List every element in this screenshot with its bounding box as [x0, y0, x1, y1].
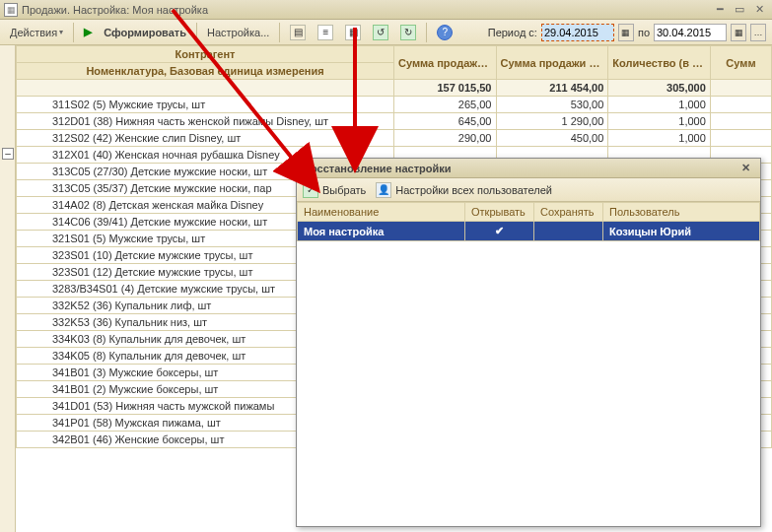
date-from-input[interactable]: [541, 24, 614, 41]
select-icon: ✓: [303, 182, 318, 198]
app-icon: ▦: [4, 3, 18, 17]
col-qty[interactable]: Количество (в базовых единицах): [608, 46, 711, 80]
dlg-col-save[interactable]: Сохранять: [534, 203, 603, 222]
col-sum2[interactable]: Сумм: [710, 46, 771, 80]
close-button[interactable]: ✕: [750, 3, 768, 17]
main-toolbar: Действия ▶ Сформировать Настройка... ▤ ≡…: [0, 20, 772, 45]
total-row: 157 015,50211 454,00305,000: [17, 80, 772, 97]
window-titlebar: ▦ Продажи. Настройка: Моя настройка ━ ▭ …: [0, 0, 772, 20]
dialog-grid: Наименование Открывать Сохранять Пользов…: [297, 202, 760, 241]
person-icon: 👤: [376, 182, 391, 198]
dialog-empty-area: [297, 241, 760, 526]
restore-settings-icon[interactable]: ↺: [369, 23, 392, 42]
period-box: Период с: ▦ по ▦ …: [488, 24, 766, 41]
date-to-input[interactable]: [654, 24, 727, 41]
tb-icon-1[interactable]: ▤: [286, 23, 310, 42]
period-to-label: по: [638, 27, 650, 38]
table-row[interactable]: 311S02 (5) Мужские трусы, шт265,00530,00…: [17, 97, 772, 113]
tree-collapse-toggle[interactable]: –: [2, 148, 14, 160]
dialog-row-selected[interactable]: Моя настройка ✔ Козицын Юрий: [298, 222, 760, 241]
col-sum-nodisc[interactable]: Сумма продажи без скидок в руб.: [496, 46, 608, 80]
tree-gutter: [0, 45, 16, 532]
period-ellipsis[interactable]: …: [750, 24, 766, 41]
actions-menu[interactable]: Действия: [6, 23, 67, 42]
window-title: Продажи. Настройка: Моя настройка: [22, 4, 208, 16]
dialog-select-button[interactable]: ✓ Выбрать: [303, 182, 366, 198]
dialog-close-button[interactable]: ✕: [737, 162, 754, 174]
restore-settings-dialog: Восстановление настройки ✕ ✓ Выбрать 👤 Н…: [296, 158, 761, 527]
dialog-title: Восстановление настройки: [303, 163, 452, 174]
table-row[interactable]: 312S02 (42) Женские слип Disney, шт290,0…: [17, 130, 772, 147]
col-contragent[interactable]: Контрагент: [17, 46, 394, 63]
tb-icon-2[interactable]: ≡: [314, 23, 337, 42]
settings-button[interactable]: Настройка...: [203, 23, 273, 42]
dialog-titlebar: Восстановление настройки ✕: [297, 159, 760, 178]
dialog-allusers-toggle[interactable]: 👤 Настройки всех пользователей: [376, 182, 552, 198]
table-row[interactable]: 312D01 (38) Нижняя часть женской пижамы …: [17, 113, 772, 130]
save-settings-icon[interactable]: ↻: [396, 23, 420, 42]
dlg-col-name[interactable]: Наименование: [298, 203, 465, 222]
help-icon[interactable]: ?: [433, 23, 456, 42]
minimize-button[interactable]: ━: [711, 3, 729, 17]
play-icon[interactable]: ▶: [80, 23, 96, 42]
period-label: Период с:: [488, 27, 537, 38]
dlg-col-user[interactable]: Пользователь: [603, 203, 760, 222]
dlg-col-open[interactable]: Открывать: [465, 203, 534, 222]
date-to-picker[interactable]: ▦: [731, 24, 746, 41]
dialog-toolbar: ✓ Выбрать 👤 Настройки всех пользователей: [297, 178, 760, 202]
form-button[interactable]: Сформировать: [100, 23, 190, 42]
col-sum[interactable]: Сумма продажи в руб.: [394, 46, 497, 80]
date-from-picker[interactable]: ▦: [618, 24, 634, 41]
tb-icon-3[interactable]: ▦: [341, 23, 365, 42]
col-nomenclature[interactable]: Номенклатура, Базовая единица измерения: [17, 63, 394, 80]
maximize-button[interactable]: ▭: [731, 3, 748, 17]
